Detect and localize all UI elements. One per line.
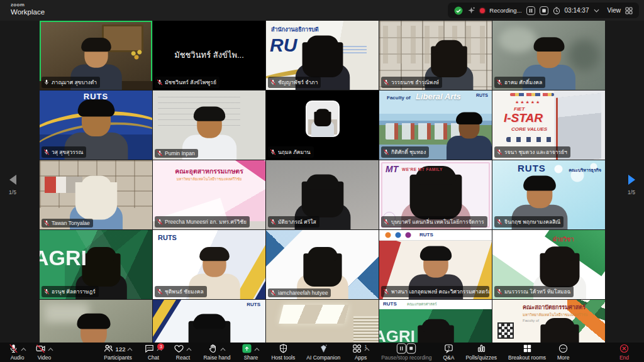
participant-tile[interactable]: ธีกิจ มีนจับ	[40, 300, 152, 343]
toolbar-share-button[interactable]: Share	[237, 344, 264, 361]
participant-name-label: อาคม ศักดิ์มงคล	[494, 77, 545, 88]
tile-art	[279, 305, 348, 324]
participant-tile[interactable]: อาคม ศักดิ์มงคล	[492, 21, 605, 90]
mic-muted-icon	[43, 288, 50, 295]
participant-tile[interactable]: กนิษฐ์ศรี แตงสวน	[266, 300, 379, 343]
previous-page-button[interactable]: 1/5	[0, 175, 25, 195]
participant-tile[interactable]: มัติยาภรณ์ ศรีใส	[266, 160, 379, 229]
toolbar-polls-button[interactable]: Polls/quizzes	[461, 344, 501, 361]
tile-overlay-text: มหาวิทยาลัยเทคโนโลยีราชมงคลศรีวิชัย	[523, 313, 588, 317]
participant-name: มนรวรรณ โค้วทวี ทีมโสมอฉ	[504, 287, 570, 296]
participant-tile[interactable]: สำนักงานอธิการบดีRUชัญญาพัชร์ จำภา	[266, 21, 379, 90]
chevron-up-icon[interactable]	[127, 348, 133, 351]
next-page-button[interactable]: 1/5	[619, 175, 644, 195]
pause-recording-button[interactable]	[526, 6, 535, 15]
mic-muted-icon	[157, 79, 163, 85]
chevron-up-icon[interactable]	[220, 348, 226, 351]
participant-tile[interactable]: RUTSคณะบริหารธุรกิจจินกฤช พฤกษามงคลสิณี	[492, 160, 605, 229]
participant-tile[interactable]: iamchareefah hutyee	[266, 230, 379, 299]
participant-tile[interactable]: FIETI-STARCORE VALUES★★★★★รจนา ชุมดวง แล…	[492, 90, 605, 160]
person-head	[81, 104, 110, 137]
zoom-meeting-window: zoom Workplace Recording... 03:14:37	[0, 0, 644, 362]
participant-name-label: มัชชวินทร์ สังข์ไพฑูรย์	[155, 77, 219, 88]
person-head	[527, 179, 553, 208]
participant-figure	[309, 111, 336, 136]
toolbar-participants-button[interactable]: 122Participants	[99, 344, 138, 361]
mic-muted-icon	[496, 149, 502, 155]
toolbar-more-button[interactable]: More	[553, 344, 574, 361]
toolbar-end-button[interactable]: End	[614, 344, 634, 361]
mic-muted-icon	[496, 288, 502, 295]
toolbar-label: React	[176, 354, 190, 361]
chevron-up-icon[interactable]	[186, 348, 192, 351]
chevron-down-icon[interactable]	[594, 9, 599, 13]
participant-tile[interactable]: AGRIอรนุช ศีลดาราษฎร์	[40, 230, 152, 299]
qa-icon	[443, 343, 454, 356]
chevron-up-icon[interactable]	[21, 348, 26, 351]
view-grid-icon[interactable]	[625, 7, 633, 14]
participant-name-label: Preecha Muneesri อก. มทร.ศรีวิชัย	[155, 216, 250, 228]
participant-tile[interactable]: ภาณุมาศ สุขบางดำ	[40, 21, 152, 90]
participant-tile[interactable]: RUTSพาสนา เอกอุดมพงษ์ คณะวิศวกรรมศาสตร์แ…	[379, 230, 492, 299]
participant-tile[interactable]: RUTSอัลดา สุวรรณศรี คณะศิลปศาสตร์	[153, 300, 265, 343]
tile-overlay-text: Faculty of	[523, 319, 539, 323]
view-button-label[interactable]: View	[608, 7, 621, 14]
chevron-up-icon[interactable]	[48, 348, 53, 351]
person-head	[309, 178, 335, 207]
tile-overlay-text: มหาวิทยาลัยเทคโนโลยีราชมงคลศรีวิชัย	[177, 177, 242, 182]
toolbar-apps-button[interactable]: Apps1	[347, 344, 374, 361]
mic-muted-icon	[496, 219, 502, 225]
person-head	[536, 41, 561, 69]
mic-muted-icon	[270, 290, 276, 296]
person-head	[311, 250, 334, 277]
participant-tile[interactable]: RUTSชุติพนธ์ ชัยมงคล	[153, 230, 265, 299]
participant-tile[interactable]: วรรธนกช ธำรุณีพงษ์	[379, 21, 492, 90]
participant-name-label: นฤมล ภัคมาน	[268, 146, 314, 158]
participant-tile[interactable]: RUTSคณะเกษตรศาสตร์AGRIจินติมา สุชาญา	[379, 300, 492, 343]
mic-muted-icon	[157, 219, 163, 225]
toolbar-audio-button[interactable]: Audio	[4, 344, 31, 361]
person-head	[84, 180, 108, 208]
security-shield-icon[interactable]	[454, 6, 463, 15]
stop-recording-button[interactable]	[540, 6, 548, 15]
participant-figure	[530, 321, 590, 343]
participant-tile[interactable]: ฝ่ายวิชามนรวรรณ โค้วทวี ทีมโสมอฉ	[492, 230, 605, 299]
participant-tile[interactable]: มัชชวินทร์ สังข์ไพ...มัชชวินทร์ สังข์ไพฑ…	[153, 21, 265, 90]
toolbar-ai-companion-button[interactable]: AI Companion	[302, 344, 345, 361]
toolbar-video-button[interactable]: Video	[31, 344, 58, 361]
participant-tile[interactable]: คณะสถาปัตยกรรมศาสตร์มหาวิทยาลัยเทคโนโลยี…	[492, 300, 605, 343]
participant-name: ชัญญาพัชร์ จำภา	[278, 78, 318, 87]
toolbar-chat-button[interactable]: Chat3	[140, 344, 167, 361]
toolbar-pause-stop-recording-button[interactable]: Pause/stop recording	[377, 344, 436, 361]
more-icon	[558, 343, 569, 356]
toolbar-label: Video	[38, 354, 52, 361]
participant-tile[interactable]: คณะอุตสาหกรรมเกษตรมหาวิทยาลัยเทคโนโลยีรา…	[153, 160, 265, 229]
toolbar-host-tools-button[interactable]: Host tools	[267, 344, 299, 361]
participant-tile[interactable]: RUTSวสุ สุขสุวรรณ	[40, 90, 152, 160]
person-head	[419, 170, 452, 207]
participant-name: ชุติพนธ์ ชัยมงคล	[165, 287, 204, 296]
breakout-icon	[522, 343, 533, 356]
participant-name-label: พาสนา เอกอุดมพงษ์ คณะวิศวกรรมศาสตร์และเท…	[381, 286, 489, 297]
meeting-toolbar: AudioVideo122ParticipantsChat3ReactRaise…	[0, 343, 644, 362]
participant-name: รจนา ชุมดวง และอาจารย์ฯ	[504, 148, 567, 156]
mic-muted-icon	[383, 79, 389, 85]
chat-badge: 3	[157, 343, 164, 350]
participant-tile[interactable]: Faculty ofLiberal ArtsRUTSกิติศักดิ์ ชุม…	[379, 90, 492, 160]
toolbar-qa-button[interactable]: Q&A	[438, 344, 458, 361]
toolbar-raise-hand-button[interactable]: Raise hand	[199, 344, 235, 361]
participant-name-label: ภาณุมาศ สุขบางดำ	[42, 77, 100, 88]
tile-overlay-text: ★★★★★	[515, 100, 541, 105]
brand-workplace: Workplace	[11, 9, 45, 16]
participant-name-label: มัติยาภรณ์ ศรีใส	[268, 216, 319, 228]
participant-tile[interactable]: MTWE'RE MT FAMILYบุษบาศรี แดนกลิ่น เทคโน…	[379, 160, 492, 229]
tile-overlay-text: RUTS	[158, 234, 177, 241]
participant-tile[interactable]: Tawan Tonyalae	[40, 160, 152, 229]
toolbar-breakout-button[interactable]: Breakout rooms	[504, 344, 550, 361]
participant-name: อรนุช ศีลดาราษฎร์	[52, 287, 96, 296]
ai-sparkle-icon[interactable]	[467, 6, 475, 14]
participant-tile[interactable]: นฤมล ภัคมาน	[266, 90, 379, 160]
chevron-up-icon[interactable]	[254, 348, 260, 351]
participant-tile[interactable]: Pumin Inpan	[153, 90, 265, 160]
toolbar-react-button[interactable]: React	[169, 344, 196, 361]
